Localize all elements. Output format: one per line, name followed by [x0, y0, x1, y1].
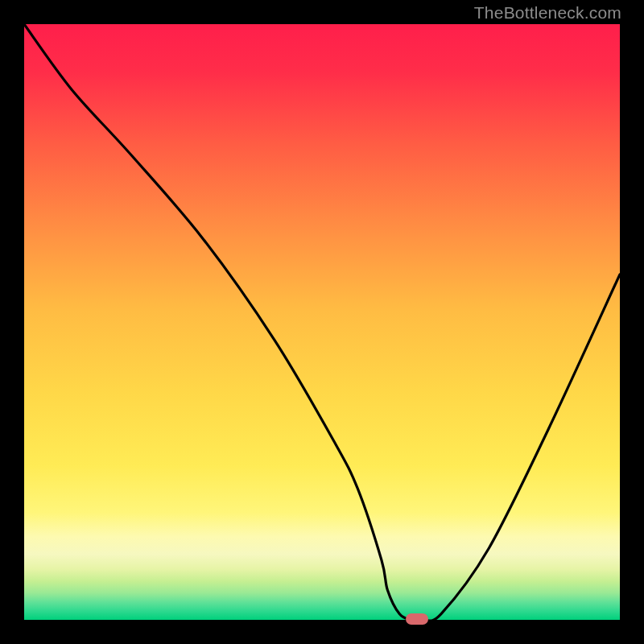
- attribution-label: TheBottleneck.com: [474, 3, 621, 23]
- bottleneck-chart: TheBottleneck.com: [0, 0, 644, 644]
- bottleneck-curve: [24, 24, 620, 620]
- optimal-marker: [406, 613, 428, 625]
- plot-area: [24, 24, 620, 620]
